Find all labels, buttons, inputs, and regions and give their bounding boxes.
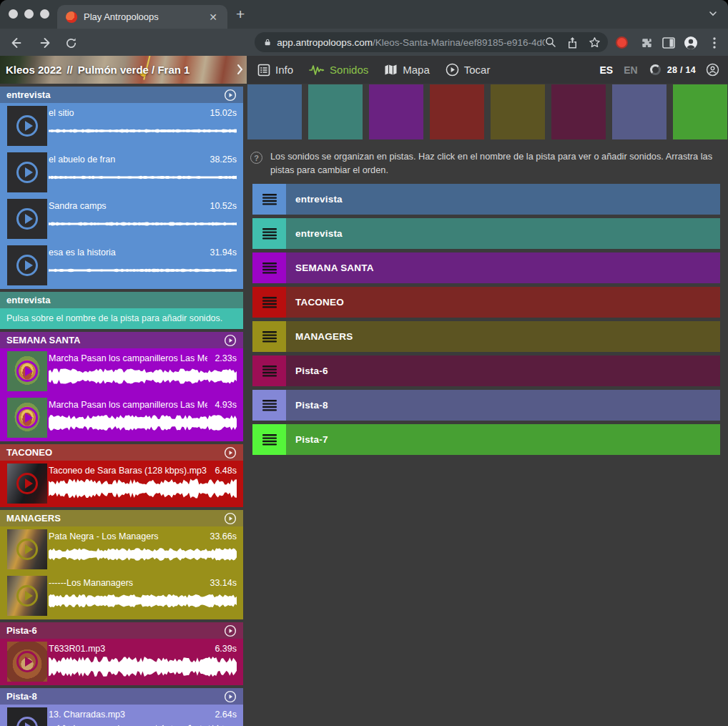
clip-thumbnail[interactable] [7, 351, 47, 391]
audio-clip[interactable]: esa es la historia31.94s [0, 242, 243, 289]
clip-thumbnail[interactable] [7, 529, 47, 569]
drag-handle-icon[interactable] [252, 390, 286, 421]
drag-handle-icon[interactable] [252, 287, 286, 318]
browser-menu-dots-icon[interactable] [707, 35, 722, 51]
zoom-lens-icon[interactable] [545, 36, 556, 48]
drag-handle-icon[interactable] [252, 321, 286, 352]
tab-close-icon[interactable]: ✕ [206, 11, 220, 24]
audio-clip[interactable]: Marcha Pasan los campanilleros Las Mejor… [0, 395, 243, 441]
new-tab-button[interactable]: + [236, 6, 245, 23]
sidebar-track-name: TACONEO [6, 447, 224, 458]
sidebar-track-header[interactable]: Pista-8 [0, 688, 243, 705]
bookmark-star-icon[interactable] [589, 36, 601, 49]
clip-thumbnail[interactable] [7, 106, 47, 146]
help-question-icon[interactable]: ? [250, 152, 262, 164]
clip-duration: 2.33s [215, 353, 237, 363]
audio-clip[interactable]: T633R01.mp36.39s [0, 639, 243, 685]
sidebar-track-header[interactable]: Pista-6 [0, 622, 243, 639]
track-row[interactable]: MANAGERS [252, 321, 720, 352]
sidebar-track-header[interactable]: TACONEO [0, 444, 243, 461]
track-row[interactable]: Pista-7 [252, 424, 720, 455]
tab-info[interactable]: Info [257, 64, 293, 77]
clip-thumbnail[interactable] [7, 245, 47, 285]
audio-clip[interactable]: el sitio15.02s [0, 103, 243, 149]
lang-es-button[interactable]: ES [600, 64, 614, 76]
forward-button[interactable] [36, 35, 51, 51]
tab-search-chevron-icon[interactable] [708, 9, 718, 21]
extensions-puzzle-icon[interactable] [639, 35, 654, 51]
audio-clip[interactable]: el abuelo de fran38.25s [0, 149, 243, 196]
play-track-icon[interactable] [224, 624, 237, 637]
play-track-icon[interactable] [224, 334, 237, 347]
track-row[interactable]: entrevista [252, 184, 720, 215]
play-track-icon[interactable] [224, 690, 237, 703]
clip-thumbnail[interactable] [7, 576, 47, 616]
play-clip-icon[interactable] [16, 473, 38, 494]
back-button[interactable] [9, 35, 24, 51]
profile-avatar[interactable] [683, 35, 699, 51]
waveform [49, 654, 237, 679]
play-track-icon[interactable] [224, 89, 237, 102]
clip-thumbnail[interactable] [7, 463, 47, 504]
clip-thumbnail[interactable] [7, 707, 47, 726]
audio-clip[interactable]: Taconeo de Sara Baras (128 kbps).mp36.48… [0, 461, 243, 507]
play-clip-icon[interactable] [16, 208, 38, 230]
drag-handle-icon[interactable] [252, 184, 286, 215]
play-clip-icon[interactable] [16, 407, 38, 428]
sidebar-track-header[interactable]: MANAGERS [0, 510, 243, 526]
audio-clip[interactable]: Marcha Pasan los campanilleros Las Mejor… [0, 348, 243, 395]
minimize-window-button[interactable] [24, 9, 34, 19]
clip-name: Marcha Pasan los campanilleros Las Mejor… [49, 353, 207, 363]
track-row[interactable]: Pista-6 [252, 355, 720, 386]
track-list: entrevistaentrevistaSEMANA SANTATACONEOM… [252, 184, 720, 455]
play-track-icon[interactable] [224, 512, 237, 525]
play-clip-icon[interactable] [16, 539, 38, 560]
clip-thumbnail[interactable] [7, 199, 47, 239]
play-clip-icon[interactable] [16, 360, 38, 382]
browser-tab[interactable]: Play Antropoloops ✕ [57, 5, 227, 29]
clip-thumbnail[interactable] [7, 152, 47, 192]
drag-handle-icon[interactable] [252, 424, 286, 455]
audio-clip[interactable]: 13. Charradas.mp32.64s [0, 705, 243, 726]
drag-handle-icon[interactable] [252, 218, 286, 249]
sidebar-track-header[interactable]: entrevista [0, 292, 243, 308]
sidebar-track-name: Pista-6 [6, 625, 224, 636]
play-clip-icon[interactable] [16, 255, 38, 276]
play-track-icon[interactable] [224, 446, 237, 459]
play-clip-icon[interactable] [16, 717, 38, 726]
sidebar-track-name: MANAGERS [6, 513, 224, 524]
sidebar-track-header[interactable]: entrevista [0, 87, 243, 103]
play-triangle-icon [25, 121, 33, 131]
tab-mapa[interactable]: Mapa [384, 64, 430, 76]
fullscreen-window-button[interactable] [40, 9, 49, 19]
sidebar-track-header[interactable]: SEMANA SANTA [0, 332, 243, 348]
share-icon[interactable] [567, 36, 578, 49]
play-clip-icon[interactable] [16, 115, 38, 137]
drag-handle-icon[interactable] [252, 252, 286, 283]
track-row[interactable]: TACONEO [252, 287, 720, 318]
play-clip-icon[interactable] [16, 651, 38, 672]
clip-thumbnail[interactable] [7, 398, 47, 438]
track-row[interactable]: SEMANA SANTA [252, 252, 720, 283]
breadcrumb: Kleos 2022 // Pulmón verde / Fran 1 [6, 56, 190, 84]
audio-clip[interactable]: Sandra camps10.52s [0, 196, 243, 242]
play-clip-icon[interactable] [16, 162, 38, 183]
clip-body: el abuelo de fran38.25s [49, 149, 237, 196]
reload-button[interactable] [63, 35, 79, 51]
address-bar[interactable]: app.antropoloops.com/Kleos-Santa-Marina/… [255, 32, 608, 52]
audio-clip[interactable]: ------Los Mananagers33.14s [0, 573, 243, 619]
split-view-icon[interactable] [661, 35, 677, 51]
close-window-button[interactable] [9, 9, 18, 19]
track-row[interactable]: Pista-8 [252, 390, 720, 421]
banner-next-chevron-icon[interactable] [237, 64, 243, 78]
recording-indicator-icon[interactable] [616, 36, 628, 49]
audio-clip[interactable]: Pata Negra - Los Managers33.66s [0, 526, 243, 573]
clip-thumbnail[interactable] [7, 642, 47, 682]
lang-en-button[interactable]: EN [624, 64, 637, 76]
tab-tocar[interactable]: Tocar [446, 63, 491, 77]
track-row[interactable]: entrevista [252, 218, 720, 249]
account-icon[interactable] [706, 63, 719, 77]
drag-handle-icon[interactable] [252, 355, 286, 386]
play-clip-icon[interactable] [16, 585, 38, 607]
tab-sonidos[interactable]: Sonidos [309, 64, 368, 76]
